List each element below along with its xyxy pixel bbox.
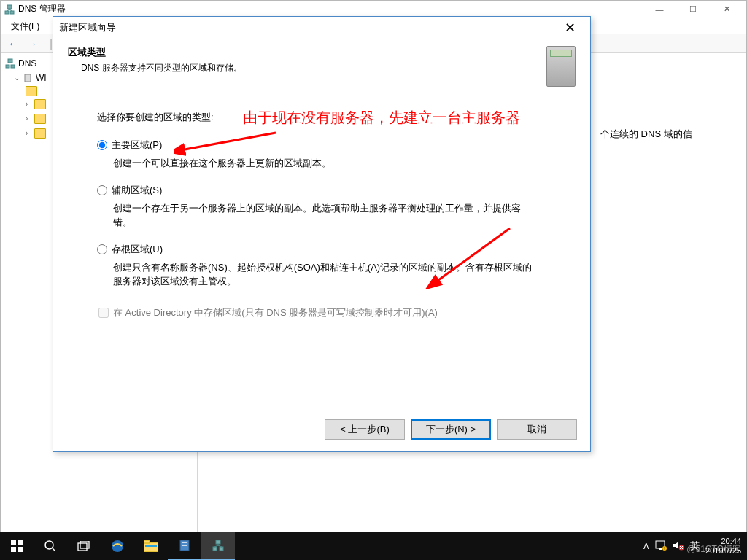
svg-rect-25 — [182, 542, 187, 543]
svg-rect-18 — [78, 543, 87, 551]
tree-label: DNS — [18, 57, 36, 70]
new-zone-wizard-dialog: 新建区域向导 ✕ 区域类型 DNS 服务器支持不同类型的区域和存储。 由于现在没… — [53, 16, 591, 452]
svg-rect-29 — [220, 547, 223, 551]
svg-point-16 — [45, 541, 53, 549]
tray-network-icon[interactable]: ! — [655, 540, 667, 552]
annotation-arrow-icon — [174, 128, 283, 160]
svg-rect-22 — [144, 540, 150, 543]
svg-rect-28 — [213, 547, 217, 551]
svg-rect-7 — [6, 65, 9, 68]
server-graphic-icon — [546, 46, 576, 87]
expand-toggle-icon[interactable]: ⌄ — [14, 71, 23, 85]
svg-line-17 — [53, 548, 55, 551]
svg-rect-27 — [216, 540, 220, 544]
clock-date: 2019/7/25 — [705, 546, 741, 556]
svg-rect-21 — [144, 542, 158, 552]
annotation-arrow-icon — [422, 224, 517, 292]
dialog-titlebar[interactable]: 新建区域向导 ✕ — [53, 17, 590, 39]
close-button[interactable]: ✕ — [710, 1, 743, 18]
back-button[interactable]: < 上一步(B) — [325, 419, 405, 440]
tray-chevron-icon[interactable]: ᐱ — [643, 542, 649, 551]
dialog-subheading: DNS 服务器支持不同类型的区域和存储。 — [68, 62, 539, 74]
svg-rect-26 — [182, 545, 187, 546]
primary-zone-desc: 创建一个可以直接在这个服务器上更新的区域副本。 — [97, 156, 535, 171]
clock-time: 20:44 — [705, 537, 741, 546]
clock[interactable]: 20:44 2019/7/25 — [705, 537, 741, 556]
start-button[interactable] — [0, 532, 34, 560]
window-title: DNS 管理器 — [18, 3, 643, 15]
server-icon — [23, 73, 33, 83]
search-button[interactable] — [34, 532, 67, 560]
file-menu[interactable]: 文件(F) — [5, 19, 45, 34]
svg-rect-0 — [7, 5, 12, 9]
expand-toggle-icon[interactable]: › — [26, 127, 34, 140]
folder-icon — [34, 114, 46, 124]
store-in-ad-label: 在 Active Directory 中存储区域(只有 DNS 服务器是可写域控… — [113, 306, 438, 319]
svg-line-10 — [181, 133, 276, 150]
expand-toggle-icon[interactable]: › — [26, 98, 34, 111]
task-view-button[interactable] — [67, 532, 101, 560]
svg-rect-1 — [5, 11, 9, 14]
dialog-header: 区域类型 DNS 服务器支持不同类型的区域和存储。 — [53, 39, 590, 96]
stub-zone-label[interactable]: 存根区域(U) — [112, 243, 163, 256]
cancel-button[interactable]: 取消 — [497, 419, 577, 440]
primary-zone-radio[interactable] — [97, 140, 107, 150]
store-in-ad-checkbox — [98, 308, 109, 318]
dialog-close-button[interactable]: ✕ — [555, 18, 584, 38]
svg-line-11 — [436, 228, 510, 282]
stub-zone-radio[interactable] — [97, 244, 107, 254]
nav-forward-button[interactable]: → — [24, 36, 40, 52]
secondary-zone-radio[interactable] — [97, 185, 107, 195]
ime-indicator[interactable]: 英 — [690, 540, 700, 553]
dialog-title: 新建区域向导 — [59, 21, 555, 34]
app-icon — [4, 4, 15, 15]
expand-toggle-icon[interactable]: › — [26, 112, 34, 125]
next-button[interactable]: 下一步(N) > — [411, 419, 491, 440]
svg-rect-13 — [18, 540, 23, 545]
minimize-button[interactable]: — — [643, 1, 676, 18]
svg-rect-23 — [145, 545, 157, 547]
svg-rect-14 — [11, 547, 16, 552]
primary-zone-label[interactable]: 主要区域(P) — [112, 139, 162, 152]
svg-text:!: ! — [664, 546, 665, 551]
svg-rect-2 — [10, 11, 14, 14]
tray-volume-icon[interactable] — [673, 540, 684, 552]
dns-icon — [5, 58, 15, 69]
dialog-heading: 区域类型 — [68, 46, 539, 59]
nav-back-button[interactable]: ← — [5, 36, 21, 52]
taskbar-ie-button[interactable] — [101, 532, 134, 560]
taskbar-server-manager-button[interactable] — [168, 532, 201, 560]
svg-rect-15 — [18, 547, 23, 552]
maximize-button[interactable]: ☐ — [676, 1, 710, 18]
svg-rect-19 — [80, 541, 89, 548]
dialog-footer: < 上一步(B) 下一步(N) > 取消 — [325, 419, 577, 440]
taskbar-dns-manager-button[interactable] — [201, 532, 235, 560]
dialog-body: 由于现在没有服务器，先建立一台主服务器 选择你要创建的区域的类型: 主要区域(P… — [53, 96, 590, 327]
secondary-zone-label[interactable]: 辅助区域(S) — [112, 184, 162, 197]
svg-rect-8 — [11, 65, 15, 68]
folder-icon — [34, 128, 46, 139]
taskbar-explorer-button[interactable] — [134, 532, 168, 560]
tree-label: WI — [36, 71, 47, 85]
svg-rect-34 — [659, 548, 662, 550]
taskbar[interactable]: ᐱ ! 英 20:44 2019/7/25 — [0, 532, 747, 560]
folder-icon — [26, 86, 37, 96]
svg-rect-12 — [11, 540, 16, 545]
folder-icon — [34, 99, 46, 109]
system-tray[interactable]: ᐱ ! 英 20:44 2019/7/25 — [643, 537, 747, 556]
svg-rect-9 — [25, 74, 31, 82]
svg-rect-6 — [8, 59, 12, 63]
window-controls: — ☐ ✕ — [643, 1, 743, 18]
annotation-text: 由于现在没有服务器，先建立一台主服务器 — [243, 108, 520, 128]
